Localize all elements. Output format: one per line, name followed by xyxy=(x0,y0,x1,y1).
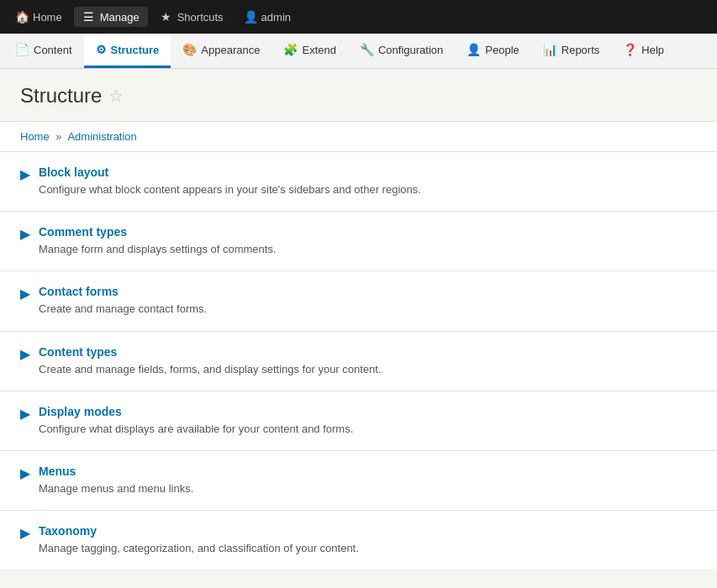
content-types-link[interactable]: Content types xyxy=(39,345,382,359)
structure-icon: ⚙ xyxy=(96,43,107,56)
home-icon: 🏠 xyxy=(15,10,29,24)
expand-arrow-icon[interactable]: ▶ xyxy=(20,525,30,541)
people-icon: 👤 xyxy=(467,43,481,56)
list-item: ▶ Comment types Manage form and displays… xyxy=(0,212,717,271)
user-icon: 👤 xyxy=(244,10,257,24)
expand-arrow-icon[interactable]: ▶ xyxy=(20,406,30,422)
nav-reports-label: Reports xyxy=(561,44,600,56)
breadcrumb: Home » Administration xyxy=(0,122,717,152)
item-body: Comment types Manage form and displays s… xyxy=(39,225,277,257)
manage-button[interactable]: ☰ Manage xyxy=(74,7,148,27)
page-title-bar: Structure ☆ xyxy=(0,69,717,122)
taxonomy-link[interactable]: Taxonomy xyxy=(39,524,359,538)
block-layout-desc: Configure what block content appears in … xyxy=(39,183,421,196)
contact-forms-desc: Create and manage contact forms. xyxy=(39,302,207,315)
nav-extend-label: Extend xyxy=(302,44,335,56)
page-title: Structure ☆ xyxy=(20,84,697,108)
item-body: Display modes Configure what displays ar… xyxy=(39,405,353,437)
admin-bar: 🏠 Home ☰ Manage ★ Shortcuts 👤 admin xyxy=(0,0,717,34)
appearance-icon: 🎨 xyxy=(182,43,197,56)
nav-configuration[interactable]: 🔧 Configuration xyxy=(348,34,455,68)
extend-icon: 🧩 xyxy=(283,43,298,56)
nav-appearance[interactable]: 🎨 Appearance xyxy=(171,34,272,68)
nav-structure-label: Structure xyxy=(111,44,160,56)
nav-help[interactable]: ❓ Help xyxy=(611,34,676,68)
list-item: ▶ Contact forms Create and manage contac… xyxy=(0,271,717,331)
nav-reports[interactable]: 📊 Reports xyxy=(531,34,612,68)
favorite-star-icon[interactable]: ☆ xyxy=(108,86,124,106)
expand-arrow-icon[interactable]: ▶ xyxy=(20,346,30,362)
block-layout-link[interactable]: Block layout xyxy=(39,165,421,179)
page-content: Structure ☆ Home » Administration ▶ Bloc… xyxy=(0,69,717,588)
item-body: Content types Create and manage fields, … xyxy=(39,345,382,377)
home-label: Home xyxy=(33,11,62,24)
contact-forms-link[interactable]: Contact forms xyxy=(39,285,207,298)
nav-configuration-label: Configuration xyxy=(378,44,443,56)
expand-arrow-icon[interactable]: ▶ xyxy=(20,465,30,481)
manage-icon: ☰ xyxy=(82,10,96,24)
manage-label: Manage xyxy=(100,11,140,24)
reports-icon: 📊 xyxy=(543,43,557,56)
nav-people-label: People xyxy=(485,44,519,56)
menus-desc: Manage menus and menu links. xyxy=(39,482,193,495)
breadcrumb-separator: » xyxy=(55,130,61,143)
breadcrumb-admin-link[interactable]: Administration xyxy=(67,130,136,143)
home-button[interactable]: 🏠 Home xyxy=(7,7,71,27)
display-modes-link[interactable]: Display modes xyxy=(39,405,353,418)
list-item: ▶ Display modes Configure what displays … xyxy=(0,391,717,451)
content-area: ▶ Block layout Configure what block cont… xyxy=(0,152,717,570)
item-body: Block layout Configure what block conten… xyxy=(39,165,421,197)
item-body: Taxonomy Manage tagging, categorization,… xyxy=(39,524,359,556)
shortcuts-icon: ★ xyxy=(160,10,173,24)
breadcrumb-home-link[interactable]: Home xyxy=(20,130,50,143)
content-icon: 📄 xyxy=(15,43,29,56)
expand-arrow-icon[interactable]: ▶ xyxy=(20,226,30,242)
comment-types-link[interactable]: Comment types xyxy=(39,225,277,239)
shortcuts-label: Shortcuts xyxy=(177,11,224,24)
nav-people[interactable]: 👤 People xyxy=(455,34,530,68)
configuration-icon: 🔧 xyxy=(360,43,374,56)
admin-user-button[interactable]: 👤 admin xyxy=(235,7,299,27)
secondary-nav: 📄 Content ⚙ Structure 🎨 Appearance 🧩 Ext… xyxy=(0,34,717,69)
expand-arrow-icon[interactable]: ▶ xyxy=(20,166,30,182)
list-item: ▶ Menus Manage menus and menu links. xyxy=(0,451,717,511)
item-body: Contact forms Create and manage contact … xyxy=(39,285,207,317)
list-item: ▶ Taxonomy Manage tagging, categorizatio… xyxy=(0,511,717,570)
help-icon: ❓ xyxy=(623,43,637,56)
admin-label: admin xyxy=(261,11,291,24)
item-body: Menus Manage menus and menu links. xyxy=(39,465,193,496)
nav-content-label: Content xyxy=(34,44,72,56)
content-types-desc: Create and manage fields, forms, and dis… xyxy=(39,363,382,375)
nav-content[interactable]: 📄 Content xyxy=(3,34,84,68)
nav-appearance-label: Appearance xyxy=(201,44,260,56)
expand-arrow-icon[interactable]: ▶ xyxy=(20,286,30,302)
list-item: ▶ Block layout Configure what block cont… xyxy=(0,152,717,212)
comment-types-desc: Manage form and displays settings of com… xyxy=(39,243,277,255)
nav-help-label: Help xyxy=(641,44,664,56)
menus-link[interactable]: Menus xyxy=(39,465,193,478)
display-modes-desc: Configure what displays are available fo… xyxy=(39,423,353,435)
nav-structure[interactable]: ⚙ Structure xyxy=(84,34,171,68)
taxonomy-desc: Manage tagging, categorization, and clas… xyxy=(39,542,359,554)
shortcuts-button[interactable]: ★ Shortcuts xyxy=(151,7,232,27)
list-item: ▶ Content types Create and manage fields… xyxy=(0,332,717,391)
nav-extend[interactable]: 🧩 Extend xyxy=(272,34,347,68)
